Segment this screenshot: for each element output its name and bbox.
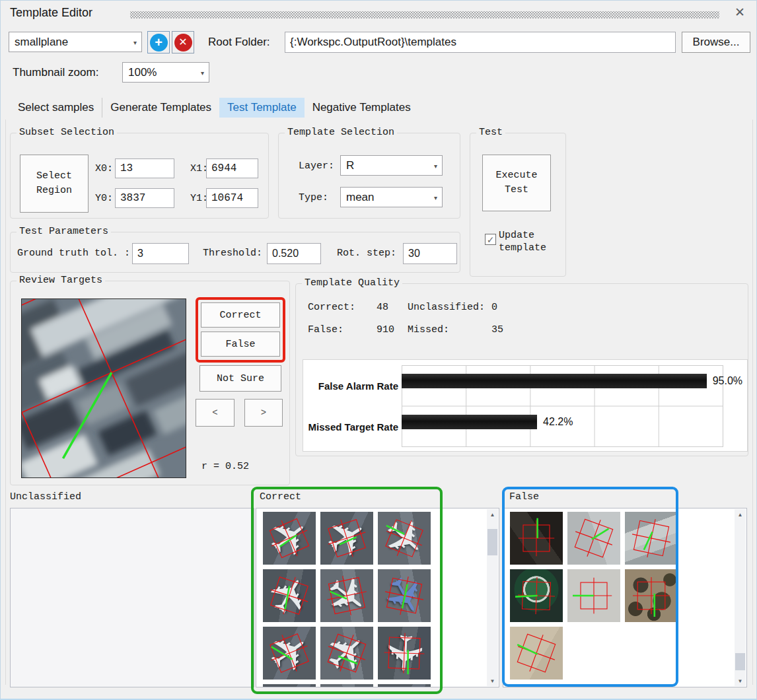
- false-thumbnail[interactable]: [625, 512, 678, 565]
- type-label: Type:: [299, 192, 328, 203]
- chart-plot-area: 95.0% 42.2%: [402, 365, 723, 447]
- threshold-label: Threshold:: [203, 248, 262, 259]
- y1-label: Y1:: [190, 193, 208, 204]
- delete-icon: ✕: [174, 34, 192, 52]
- quality-chart: False Alarm Rate Missed Target Rate 95.0…: [303, 359, 748, 452]
- scroll-up-icon[interactable]: ▲: [735, 509, 746, 520]
- thumbnail-zoom-combo[interactable]: 100% ▾: [122, 62, 209, 83]
- test-title: Test: [476, 127, 505, 138]
- false-thumbnail[interactable]: [625, 569, 678, 622]
- false-thumbnail[interactable]: [510, 569, 563, 622]
- false-count-value: 910: [377, 324, 394, 335]
- false-thumbnail[interactable]: [567, 569, 620, 622]
- update-template-label: Update template: [499, 230, 557, 255]
- add-template-button[interactable]: +: [147, 31, 170, 53]
- unclassified-list[interactable]: [10, 508, 254, 687]
- select-region-button[interactable]: Select Region: [20, 155, 89, 213]
- layer-value: R: [346, 159, 354, 172]
- false-list[interactable]: ▲ ▼: [503, 508, 747, 687]
- correct-thumbnail[interactable]: ✈: [263, 627, 316, 680]
- delete-template-button[interactable]: ✕: [172, 31, 194, 53]
- review-targets-group: Review Targets: [10, 281, 290, 485]
- correct-thumbnail[interactable]: ✈: [320, 627, 373, 680]
- not-sure-button[interactable]: Not Sure: [199, 365, 281, 392]
- update-template-checkbox[interactable]: ✓: [485, 234, 496, 245]
- template-select-combo[interactable]: smallplane ▾: [9, 32, 142, 52]
- chevron-down-icon: ▾: [201, 69, 204, 76]
- correct-count-value: 48: [377, 302, 388, 313]
- false-thumbnail[interactable]: [510, 512, 563, 565]
- title-drag-texture: [130, 11, 719, 18]
- chart-bar-value: 95.0%: [713, 374, 742, 388]
- correct-thumbnail[interactable]: ✈: [378, 512, 431, 565]
- threshold-input[interactable]: 0.520: [267, 243, 321, 264]
- ground-truth-tol-input[interactable]: 3: [132, 243, 189, 264]
- correct-count-label: Correct:: [308, 302, 355, 313]
- x1-label: X1:: [190, 163, 208, 174]
- y0-label: Y0:: [95, 193, 113, 204]
- false-button[interactable]: False: [201, 332, 280, 357]
- correct-thumbnail[interactable]: ✈: [320, 569, 373, 622]
- ground-truth-tol-label: Ground truth tol. :: [17, 248, 130, 259]
- correct-thumbnail[interactable]: [263, 684, 316, 687]
- y0-input[interactable]: 3837: [115, 188, 174, 208]
- test-parameters-title: Test Parameters: [17, 226, 111, 237]
- correct-thumbnail[interactable]: ✈: [263, 512, 316, 565]
- false-thumbnail[interactable]: [567, 512, 620, 565]
- subset-selection-group: Subset Selection Select Region X0: 13 X1…: [10, 133, 269, 219]
- scrollbar-thumb[interactable]: [735, 653, 745, 670]
- template-quality-group: Template Quality Correct: 48 Unclassifie…: [295, 283, 748, 456]
- correct-thumbnail[interactable]: [378, 684, 431, 687]
- template-editor-window: Template Editor ✕ smallplane ▾ + ✕ Root …: [0, 0, 757, 700]
- chevron-down-icon: ▾: [434, 162, 437, 169]
- scroll-down-icon[interactable]: ▼: [735, 676, 746, 686]
- execute-test-button[interactable]: Execute Test: [482, 155, 551, 211]
- content-right-edge: [752, 120, 753, 685]
- y1-input[interactable]: 10674: [206, 188, 258, 208]
- chevron-down-icon: ▾: [434, 193, 437, 201]
- template-quality-title: Template Quality: [302, 277, 402, 289]
- review-target-image: [21, 298, 186, 478]
- layer-label: Layer:: [299, 160, 334, 172]
- tab-generate-templates[interactable]: Generate Templates: [102, 98, 219, 118]
- next-target-button[interactable]: >: [244, 399, 283, 427]
- window-title: Template Editor: [10, 6, 92, 20]
- x1-input[interactable]: 6944: [206, 158, 258, 178]
- tab-bar: Select samples Generate Templates Test T…: [10, 98, 419, 118]
- chart-bar-value: 42.2%: [543, 415, 573, 429]
- template-selection-title: Template Selection: [285, 127, 397, 138]
- tab-test-template[interactable]: Test Template: [219, 98, 305, 118]
- thumbnail-zoom-label: Thumbnail zoom:: [13, 66, 98, 79]
- tab-select-samples[interactable]: Select samples: [10, 98, 102, 118]
- root-folder-label: Root Folder:: [208, 36, 270, 49]
- correct-button[interactable]: Correct: [201, 302, 280, 328]
- false-panel-label: False: [509, 491, 539, 503]
- correct-thumbnail[interactable]: ✈: [320, 512, 373, 565]
- prev-target-button[interactable]: <: [196, 399, 234, 427]
- correct-list-scrollbar[interactable]: ▲ ▼: [487, 509, 498, 686]
- unclassified-count-value: 0: [491, 302, 497, 313]
- chevron-down-icon: ▾: [133, 38, 137, 46]
- plus-icon: +: [150, 34, 168, 52]
- root-folder-input[interactable]: {:Workspc.OutputRoot}\templates: [285, 32, 676, 53]
- layer-combo[interactable]: R ▾: [340, 155, 443, 176]
- type-combo[interactable]: mean ▾: [340, 187, 443, 207]
- correct-thumbnail[interactable]: [320, 684, 373, 687]
- subset-selection-title: Subset Selection: [17, 127, 117, 138]
- review-targets-title: Review Targets: [17, 275, 105, 286]
- rot-step-input[interactable]: 30: [403, 243, 457, 264]
- correct-thumbnail[interactable]: ✈: [378, 627, 431, 680]
- false-list-scrollbar[interactable]: ▲ ▼: [735, 509, 746, 686]
- scroll-up-icon[interactable]: ▲: [487, 509, 498, 520]
- tab-negative-templates[interactable]: Negative Templates: [305, 98, 419, 118]
- correct-thumbnail[interactable]: ✈: [263, 569, 316, 622]
- scroll-down-icon[interactable]: ▼: [487, 676, 498, 686]
- test-parameters-group: Test Parameters Ground truth tol. : 3 Th…: [10, 232, 460, 273]
- correct-list[interactable]: ✈✈✈✈✈✈✈✈✈ ▲ ▼: [256, 508, 499, 687]
- scrollbar-thumb[interactable]: [487, 529, 497, 555]
- correct-thumbnail[interactable]: ✈: [378, 569, 431, 622]
- browse-button[interactable]: Browse...: [682, 32, 750, 53]
- x0-input[interactable]: 13: [115, 158, 174, 178]
- close-icon[interactable]: ✕: [731, 3, 748, 20]
- false-thumbnail[interactable]: [510, 627, 563, 680]
